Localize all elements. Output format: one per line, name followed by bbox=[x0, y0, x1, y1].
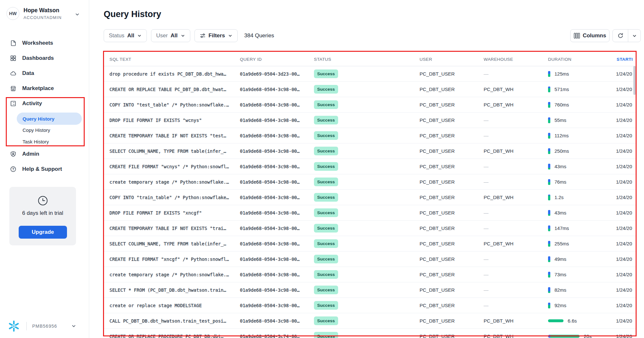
start-time-cell: 1/24/20 bbox=[616, 298, 632, 313]
duration-bar-compile-segment bbox=[548, 210, 550, 215]
table-row[interactable]: DROP FILE FORMAT IF EXISTS "wcnys"01a9de… bbox=[104, 113, 636, 128]
status-badge: Success bbox=[314, 116, 338, 125]
duration-value: 73ms bbox=[554, 272, 566, 277]
table-row[interactable]: SELECT COLUMN_NAME, TYPE FROM table(infe… bbox=[104, 236, 636, 251]
table-row[interactable]: COPY INTO "train_table" /* Python:snowfl… bbox=[104, 190, 636, 205]
duration-bar-icon bbox=[548, 195, 550, 200]
duration-value: 760ms bbox=[554, 102, 569, 107]
duration-bar-compile-segment bbox=[548, 335, 550, 338]
duration-bar-icon bbox=[548, 335, 580, 338]
duration-bar-execute-segment bbox=[548, 319, 564, 322]
table-row[interactable]: CALL PC_DBT_DB.dbt_hwatson.train_test_po… bbox=[104, 313, 636, 329]
duration-bar-compile-segment bbox=[548, 164, 550, 168]
status-badge: Success bbox=[314, 162, 338, 171]
duration-cell: 1.2s bbox=[548, 190, 564, 205]
activity-icon bbox=[10, 100, 17, 107]
start-time-cell: 1/24/20 bbox=[616, 97, 632, 112]
table-row[interactable]: create or replace stage MODELSTAGE01a9de… bbox=[104, 298, 636, 313]
table-row[interactable]: CREATE OR REPLACE TABLE PC_DBT_DB.dbt_hw… bbox=[104, 82, 636, 97]
duration-bar-execute-segment bbox=[548, 151, 550, 154]
duration-bar-compile-segment bbox=[548, 256, 550, 260]
status-filter[interactable]: Status All bbox=[104, 29, 147, 42]
status-badge: Success bbox=[314, 316, 338, 325]
sidebar-menu-bottom: Admin ? Help & Support bbox=[0, 146, 89, 177]
user-cell: PC_DBT_USER bbox=[420, 97, 455, 112]
start-time-cell: 1/24/20 bbox=[616, 174, 632, 189]
table-row[interactable]: CREATE TEMPORARY TABLE IF NOT EXISTS "tr… bbox=[104, 221, 636, 236]
table-row[interactable]: CREATE TEMPORARY TABLE IF NOT EXISTS "te… bbox=[104, 128, 636, 143]
sidebar-item-worksheets[interactable]: Worksheets bbox=[0, 35, 89, 50]
sidebar-item-help-support[interactable]: ? Help & Support bbox=[0, 161, 89, 177]
sidebar-item-task-history[interactable]: Task History bbox=[23, 136, 49, 147]
user-cell: PC_DBT_USER bbox=[420, 190, 455, 205]
query-id-cell: 01a9de68-0504-3c98-00… bbox=[240, 143, 317, 159]
sidebar-item-admin[interactable]: Admin bbox=[0, 146, 89, 161]
sidebar-item-activity[interactable]: Activity bbox=[0, 96, 89, 111]
profile-role: ACCOUNTADMIN bbox=[24, 15, 62, 20]
warehouse-cell: — bbox=[484, 282, 488, 297]
user-profile[interactable]: HW Hope Watson ACCOUNTADMIN bbox=[6, 7, 62, 20]
columns-button[interactable]: Columns bbox=[570, 29, 610, 42]
sql-text-cell: CREATE TEMPORARY TABLE IF NOT EXISTS "te… bbox=[109, 128, 236, 143]
sql-text-cell: SELECT * FROM (PC_DBT_DB.dbt_hwatson.tra… bbox=[109, 282, 236, 297]
refresh-button[interactable] bbox=[613, 30, 628, 42]
column-header-sql-text[interactable]: SQL TEXT bbox=[109, 57, 131, 62]
cloud-icon bbox=[10, 70, 17, 77]
sidebar-item-label: Worksheets bbox=[22, 40, 53, 46]
user-filter-label: User bbox=[156, 32, 168, 39]
column-header-duration[interactable]: DURATION bbox=[548, 57, 572, 62]
column-header-start-time[interactable]: STARTI bbox=[617, 57, 636, 62]
chevron-down-icon[interactable] bbox=[71, 324, 76, 329]
duration-cell: 43ms bbox=[548, 159, 566, 174]
sql-text-cell: SELECT COLUMN_NAME, TYPE FROM table(infe… bbox=[109, 143, 236, 159]
sidebar-item-label: Help & Support bbox=[22, 166, 62, 172]
sidebar-item-query-history[interactable]: Query History bbox=[17, 113, 82, 125]
table-row[interactable]: drop procedure if exists PC_DBT_DB.dbt_h… bbox=[104, 66, 636, 82]
sidebar-item-dashboards[interactable]: Dashboards bbox=[0, 50, 89, 66]
user-filter[interactable]: User All bbox=[151, 29, 190, 42]
table-row[interactable]: COPY INTO "test_table" /* Python:snowfla… bbox=[104, 97, 636, 113]
status-badge: Success bbox=[314, 147, 338, 156]
user-cell: PC_DBT_USER bbox=[420, 313, 455, 328]
table-row[interactable]: DROP FILE FORMAT IF EXISTS "xncgf"01a9de… bbox=[104, 205, 636, 221]
start-time-cell: 1/24/20 bbox=[616, 221, 632, 236]
table-row[interactable]: CREATE FILE FORMAT "xncgf" /* Python:sno… bbox=[104, 251, 636, 267]
status-cell: Success bbox=[314, 251, 338, 267]
sidebar-item-copy-history[interactable]: Copy History bbox=[23, 124, 50, 136]
table-row[interactable]: create temporary stage /* Python:snowfla… bbox=[104, 174, 636, 190]
sidebar-item-label: Admin bbox=[22, 151, 39, 157]
sidebar-item-marketplace[interactable]: Marketplace bbox=[0, 81, 89, 96]
table-row[interactable]: CREATE OR REPLACE PROCEDURE PC_DBT_DB.db… bbox=[104, 329, 636, 338]
status-badge: Success bbox=[314, 224, 338, 233]
user-cell: PC_DBT_USER bbox=[420, 221, 455, 236]
chevron-down-icon[interactable] bbox=[75, 12, 80, 17]
duration-cell: 76ms bbox=[548, 174, 566, 189]
table-row[interactable]: SELECT * FROM (PC_DBT_DB.dbt_hwatson.tra… bbox=[104, 282, 636, 298]
warehouse-cell: — bbox=[484, 159, 488, 174]
column-header-user[interactable]: USER bbox=[420, 57, 432, 62]
start-time-cell: 1/24/20 bbox=[616, 313, 632, 328]
query-id-cell: 01a9de68-0504-3c98-00… bbox=[240, 97, 317, 112]
column-header-status[interactable]: STATUS bbox=[314, 57, 331, 62]
duration-bar-execute-segment bbox=[548, 182, 550, 185]
duration-cell: 250ms bbox=[548, 143, 569, 159]
sidebar-subitem-label: Copy History bbox=[23, 127, 50, 133]
grid-icon bbox=[10, 55, 17, 62]
account-locator: PMB56956 bbox=[32, 324, 57, 329]
status-badge: Success bbox=[314, 193, 338, 202]
status-filter-label: Status bbox=[109, 32, 124, 39]
refresh-options-button[interactable] bbox=[628, 30, 640, 42]
status-cell: Success bbox=[314, 159, 338, 174]
sidebar-item-data[interactable]: Data bbox=[0, 66, 89, 81]
status-badge: Success bbox=[314, 332, 338, 338]
upgrade-button[interactable]: Upgrade bbox=[19, 226, 67, 239]
scrollbar-thumb[interactable] bbox=[633, 66, 636, 95]
warehouse-cell: PC_DBT_WH bbox=[484, 313, 514, 328]
filters-button[interactable]: Filters bbox=[194, 29, 238, 42]
account-switcher[interactable]: PMB56956 bbox=[7, 319, 76, 333]
table-row[interactable]: CREATE FILE FORMAT "wcnys" /* Python:sno… bbox=[104, 159, 636, 174]
table-row[interactable]: SELECT COLUMN_NAME, TYPE FROM table(infe… bbox=[104, 143, 636, 159]
column-header-query-id[interactable]: QUERY ID bbox=[240, 57, 262, 62]
column-header-warehouse[interactable]: WAREHOUSE bbox=[484, 57, 513, 62]
table-row[interactable]: create temporary stage /* Python:snowfla… bbox=[104, 267, 636, 282]
